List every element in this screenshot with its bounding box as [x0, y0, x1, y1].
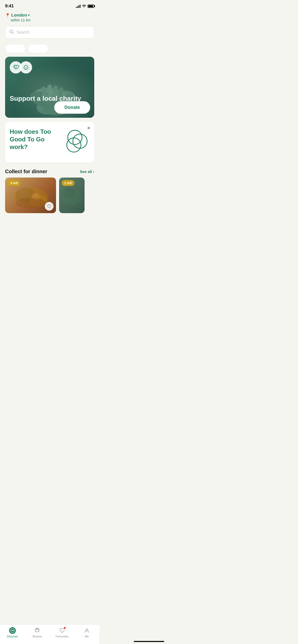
- tgtg-logo: [64, 128, 90, 154]
- food-card[interactable]: 1 left: [59, 178, 85, 213]
- category-pill[interactable]: [28, 44, 48, 53]
- wifi-icon: [82, 4, 86, 8]
- location-header: 📍 London ▾ within 11 km: [0, 11, 99, 23]
- close-button[interactable]: ×: [87, 125, 90, 130]
- svg-point-15: [18, 188, 28, 198]
- category-pill[interactable]: [5, 44, 25, 53]
- location-pin-icon: 📍: [5, 13, 10, 18]
- svg-point-0: [10, 30, 13, 33]
- status-bar: 9:41: [0, 0, 99, 11]
- status-icons: [76, 4, 94, 8]
- info-card: × How does Too Good To Go work?: [5, 122, 94, 163]
- svg-point-19: [63, 188, 76, 198]
- food-card[interactable]: 3 left: [5, 178, 56, 213]
- section-title: Collect for dinner: [5, 169, 47, 174]
- charity-icon-2: [20, 61, 32, 74]
- battery-icon: [88, 5, 94, 8]
- search-icon: [9, 30, 14, 35]
- search-bar[interactable]: Search: [5, 26, 94, 38]
- signal-icon: [76, 4, 80, 8]
- see-all-link[interactable]: See all ›: [80, 169, 94, 174]
- info-card-title: How does Too Good To Go work?: [10, 126, 60, 151]
- food-cards-row: 3 left 1 left: [0, 178, 99, 213]
- search-container: Search: [0, 23, 99, 41]
- favourite-button[interactable]: [45, 202, 53, 211]
- category-pills: [0, 41, 99, 57]
- location-row[interactable]: 📍 London ▾: [5, 13, 94, 18]
- donate-button[interactable]: Donate: [54, 101, 90, 114]
- location-sub: within 11 km: [5, 18, 94, 22]
- status-time: 9:41: [5, 4, 14, 9]
- charity-banner: Support a local charity Donate: [5, 57, 94, 118]
- location-name: London: [11, 13, 27, 18]
- stock-badge: 3 left: [8, 180, 20, 186]
- chevron-down-icon: ▾: [28, 13, 30, 17]
- search-placeholder: Search: [17, 30, 30, 35]
- section-header: Collect for dinner See all ›: [0, 167, 99, 178]
- svg-point-17: [15, 198, 46, 208]
- charity-icons: [10, 61, 32, 74]
- stock-badge: 1 left: [62, 180, 74, 186]
- svg-point-9: [68, 130, 82, 144]
